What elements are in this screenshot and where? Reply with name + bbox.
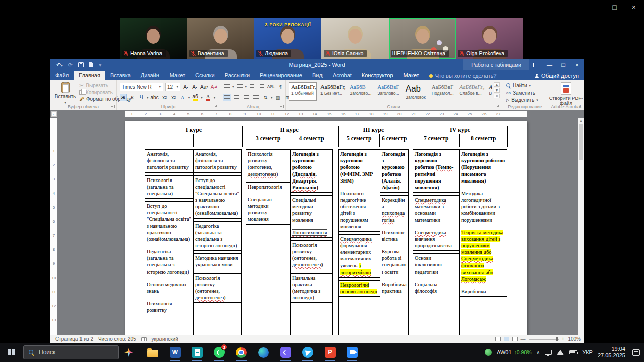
zoom-icon[interactable] [342, 343, 362, 362]
minimize-icon[interactable]: — [590, 3, 597, 11]
zoom-in-icon[interactable]: + [562, 336, 565, 342]
superscript-button[interactable]: x2 [170, 94, 177, 101]
participant-tile[interactable]: Olga Prokofieva [456, 18, 523, 59]
subject-cell[interactable]: Неврологічні основи логопедії [338, 280, 380, 297]
paste-button[interactable]: Вставить ▾ [54, 82, 76, 105]
scroll-up-icon[interactable]: ▲ [578, 118, 584, 124]
word-count[interactable]: Число слов: 205 [98, 336, 136, 342]
find-button[interactable]: Найти▾ [506, 83, 538, 88]
word-minimize-icon[interactable]: — [543, 59, 556, 70]
page-indicator[interactable]: Страница 1 из 2 [55, 336, 93, 342]
increase-indent-icon[interactable] [257, 83, 266, 90]
word-close-icon[interactable]: × [570, 59, 584, 70]
word-icon[interactable]: W [165, 343, 185, 362]
subject-cell[interactable]: Спеціальні методики розвитку мовлення [290, 195, 333, 225]
style-item[interactable]: АаБбВвГЗаголово... [375, 82, 401, 101]
subject-cell[interactable]: Виробнича практика [380, 280, 409, 296]
tab-ссылки[interactable]: Ссылки [190, 71, 220, 80]
align-center-button[interactable] [232, 94, 241, 101]
bullets-icon[interactable] [223, 83, 231, 90]
proofing-icon[interactable] [141, 337, 147, 341]
subject-cell[interactable]: Психолінгвістика [380, 228, 409, 244]
whatsapp-icon[interactable]: 3 [209, 343, 229, 362]
tab-макет[interactable]: Макет [165, 71, 190, 80]
docs-app-icon[interactable] [187, 343, 207, 362]
clock[interactable]: 19:04 27.05.2025 [598, 346, 625, 359]
tab-acrobat[interactable]: Acrobat [328, 71, 357, 80]
maximize-icon[interactable]: □ [612, 3, 616, 11]
justify-button[interactable] [252, 94, 260, 101]
pdf-icon[interactable]: P [320, 343, 340, 362]
participant-tile[interactable]: Валентина [187, 18, 255, 59]
participant-tile[interactable]: Юлія Саєнко [321, 18, 389, 59]
share-button[interactable]: Общий доступ [535, 73, 579, 79]
style-item[interactable]: АаБбВвГг,1 Обычный [289, 82, 317, 101]
ticker-widget[interactable]: AW01 ↑0.98% [497, 349, 532, 355]
telegram-icon[interactable] [298, 343, 317, 362]
participant-tile[interactable]: ШЕВЧЕНКО Світлана [389, 18, 456, 59]
subject-cell[interactable]: Основи медичних знань [145, 280, 194, 296]
subject-cell[interactable]: Соціальна філософія [413, 280, 460, 296]
style-item[interactable]: АаБбВвГг,Слабое в... [457, 82, 486, 101]
tab-вставка[interactable]: Вставка [105, 71, 136, 80]
create-pdf-button[interactable]: Створити PDF-файл [548, 80, 584, 106]
tab-конструктор[interactable]: Конструктор [357, 71, 398, 80]
tray-app-icon[interactable] [485, 349, 492, 356]
style-item[interactable]: АаБбВвГг,Выделение [487, 82, 492, 101]
qat-customize-icon[interactable]: ▾ [99, 62, 102, 68]
subject-cell[interactable]: Навчальна практика (методична з логопеді… [290, 273, 333, 303]
web-layout-icon[interactable] [512, 337, 518, 341]
subject-cell[interactable]: Корекційна психопедагогіка [380, 195, 409, 225]
vertical-ruler[interactable]: 12345678910111213 [50, 118, 57, 335]
subject-cell[interactable]: Педагогіка (загальна та спеціальна з іст… [193, 221, 242, 251]
subject-cell[interactable]: Логопедія з курсовою роботою (Дислалія, … [290, 149, 333, 193]
subject-cell[interactable]: Логопедія з курсовою роботою (ФФНМ, ЗМР … [338, 149, 380, 186]
subject-cell[interactable]: Вступ до спеціальності "Спеціальна освіт… [193, 175, 242, 219]
new-document-icon[interactable] [89, 62, 93, 67]
vertical-scrollbar[interactable]: ▲ [578, 118, 584, 335]
subject-cell[interactable]: Психологія розвитку (онтогенез, дезонтог… [290, 240, 333, 270]
line-spacing-icon[interactable]: ⇅ [261, 94, 270, 101]
viber-icon[interactable] [276, 343, 295, 362]
undo-icon[interactable]: ↶▾ [56, 62, 63, 68]
zoom-out-icon[interactable]: — [521, 336, 526, 342]
print-layout-icon[interactable] [504, 337, 509, 341]
font-size-select[interactable]: 12▾ [165, 83, 180, 91]
subject-cell[interactable]: Логопедія з курсовою роботою (Темпо-ритм… [413, 149, 460, 193]
taskbar-search[interactable]: Поиск [23, 345, 119, 359]
subject-cell[interactable]: Логопсихологія [290, 228, 333, 238]
tell-me-box[interactable]: Что вы хотите сделать? [429, 73, 497, 80]
subject-cell[interactable]: Психолого-педагогічне обстеження дітей з… [338, 189, 380, 232]
start-button[interactable] [0, 343, 23, 362]
save-icon[interactable] [78, 62, 84, 67]
grow-font-icon[interactable]: А▴ [182, 83, 189, 91]
tab-selector[interactable]: ⌐ [51, 111, 57, 117]
shading-icon[interactable]: ▨ [274, 94, 282, 101]
horizontal-ruler[interactable]: ⌐ 12345678910111213141516171819202122232… [50, 110, 584, 118]
font-family-select[interactable]: Times New R▾ [120, 83, 163, 91]
subject-cell[interactable]: Методика навчання української мови [193, 253, 242, 270]
zoom-slider[interactable] [529, 339, 559, 340]
subject-cell[interactable]: Психологія розвитку (онтогенез, дезонтог… [193, 273, 242, 303]
close-icon[interactable]: × [632, 3, 636, 11]
italic-button[interactable]: К [129, 94, 136, 101]
subject-cell[interactable]: Основи інклюзивної педагогіки [413, 253, 460, 277]
align-right-button[interactable] [242, 94, 251, 101]
language-indicator[interactable]: украинский [152, 336, 178, 342]
subject-cell[interactable]: Анатомія, фізіологія та патологія розвит… [145, 149, 194, 173]
tab-макет[interactable]: Макет [398, 71, 424, 80]
file-explorer-icon[interactable] [143, 343, 163, 362]
participant-tile[interactable]: Hanna Varina [120, 18, 187, 59]
align-left-button[interactable] [223, 94, 231, 101]
style-item[interactable]: АаБбВвГПодзагол... [429, 82, 456, 101]
style-item[interactable]: AabЗаголовок [403, 82, 428, 101]
font-color-button[interactable]: А [205, 94, 212, 101]
subject-cell[interactable]: Спецметодика математики з основами матем… [413, 195, 460, 225]
styles-gallery-scroll[interactable]: ▲▼≡ [494, 82, 500, 98]
edge-icon[interactable] [254, 343, 273, 362]
subject-cell[interactable]: Психологія розвитку (онтогенез, дезонтог… [246, 149, 291, 179]
style-item[interactable]: АаБбВЗаголово... [347, 82, 374, 101]
notification-center-icon[interactable] [632, 349, 640, 356]
shrink-font-icon[interactable]: А▾ [191, 83, 198, 91]
subject-cell[interactable]: Спецметодика вивчення природознавства [413, 228, 460, 251]
